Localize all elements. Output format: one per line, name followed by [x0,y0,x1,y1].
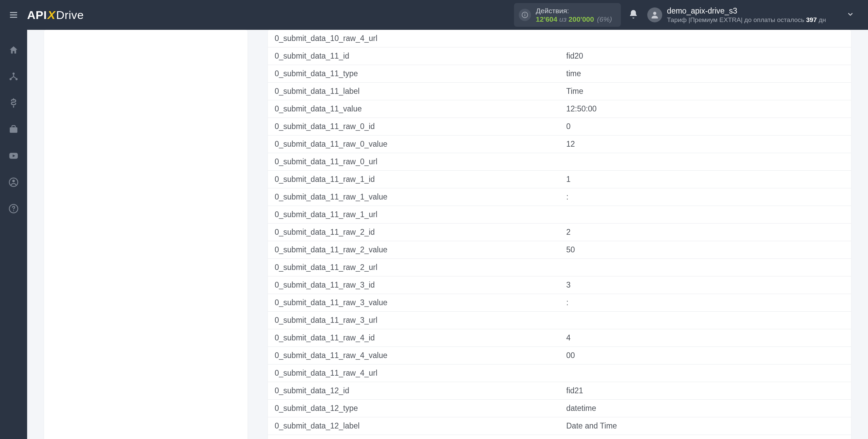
table-row: 0_submit_data_11_raw_0_value12 [268,135,851,153]
tariff-days: 397 [806,16,817,23]
row-value: fid20 [559,47,851,65]
row-value: 3 [559,276,851,294]
sidebar-item-help[interactable] [7,202,20,215]
logo-text-api: API [27,8,47,22]
row-value [559,259,851,276]
svg-rect-4 [525,14,525,16]
row-key: 0_submit_data_12_label [268,417,559,435]
table-row: 0_submit_data_12_labelDate and Time [268,417,851,435]
logo-text-x: X [47,8,55,22]
row-key: 0_submit_data_11_raw_0_value [268,135,559,153]
row-value: Time [559,83,851,100]
page-inner: 0_submit_data_10_raw_4_url0_submit_data_… [44,30,851,439]
row-key: 0_submit_data_11_id [268,47,559,65]
row-value: : [559,294,851,312]
table-row: 0_submit_data_11_raw_1_id1 [268,171,851,188]
user-name: demo_apix-drive_s3 [667,6,826,16]
actions-counts: 12'604 из 200'000 (6%) [536,15,612,23]
table-row: 0_submit_data_11_raw_4_url [268,364,851,382]
table-row: 0_submit_data_12_typedatetime [268,400,851,417]
row-value: 00 [559,347,851,364]
sidebar-item-account[interactable] [7,175,20,189]
user-text: demo_apix-drive_s3 Тариф |Премиум EXTRA|… [667,6,826,24]
sidebar-item-video[interactable] [7,149,20,163]
svg-point-16 [13,210,14,211]
row-key: 0_submit_data_11_label [268,83,559,100]
logo-text-drive: Drive [56,8,84,22]
row-key: 0_submit_data_11_raw_2_value [268,241,559,259]
hamburger-menu-button[interactable] [6,7,21,22]
row-value [559,206,851,224]
table-row: 0_submit_data_11_labelTime [268,83,851,100]
sidebar-item-billing[interactable] [7,96,20,110]
row-value [559,364,851,382]
row-value: datetime [559,400,851,417]
row-value: 12 [559,135,851,153]
data-table: 0_submit_data_10_raw_4_url0_submit_data_… [268,30,851,439]
table-row: 0_submit_data_12_idfid21 [268,382,851,400]
sidebar-item-briefcase[interactable] [7,123,20,136]
row-key: 0_submit_data_11_raw_1_value [268,188,559,206]
row-value: time [559,65,851,83]
sidebar-item-home[interactable] [7,43,20,57]
row-value: fid21 [559,382,851,400]
sidebar-item-connections[interactable] [7,70,20,83]
row-value [559,153,851,171]
row-key: 0_submit_data_12_value [268,435,559,439]
table-row: 0_submit_data_11_idfid20 [268,47,851,65]
data-panel: 0_submit_data_10_raw_4_url0_submit_data_… [268,30,851,439]
row-value: 0 [559,118,851,135]
row-key: 0_submit_data_11_raw_2_id [268,224,559,241]
user-tariff: Тариф |Премиум EXTRA| до оплаты осталось… [667,16,826,24]
notifications-bell-icon[interactable] [628,9,638,21]
row-value: 2 [559,224,851,241]
row-key: 0_submit_data_11_raw_3_id [268,276,559,294]
row-key: 0_submit_data_12_id [268,382,559,400]
table-row: 0_submit_data_11_raw_3_id3 [268,276,851,294]
svg-point-14 [12,180,15,183]
app-logo[interactable]: APIXDrive [27,8,84,22]
table-row: 0_submit_data_11_raw_4_id4 [268,329,851,347]
svg-rect-10 [10,127,18,133]
row-value: Date and Time [559,417,851,435]
user-menu-button[interactable]: demo_apix-drive_s3 Тариф |Премиум EXTRA|… [647,6,868,24]
row-key: 0_submit_data_12_type [268,400,559,417]
scroll-container[interactable]: 0_submit_data_10_raw_4_url0_submit_data_… [27,30,868,439]
table-row: 0_submit_data_11_typetime [268,65,851,83]
row-value: 1 [559,171,851,188]
table-row: 0_submit_data_11_raw_3_value: [268,294,851,312]
table-row: 0_submit_data_11_raw_1_value: [268,188,851,206]
svg-point-6 [653,12,656,15]
row-key: 0_submit_data_11_raw_0_url [268,153,559,171]
row-key: 0_submit_data_11_value [268,100,559,118]
table-row: 0_submit_data_11_raw_2_id2 [268,224,851,241]
avatar-icon [647,7,662,22]
row-value [559,30,851,47]
row-key: 0_submit_data_11_raw_4_url [268,364,559,382]
row-key: 0_submit_data_11_raw_2_url [268,259,559,276]
row-key: 0_submit_data_10_raw_4_url [268,30,559,47]
table-row: 0_submit_data_10_raw_4_url [268,30,851,47]
tariff-suffix: дн [817,16,826,23]
left-settings-panel [44,30,248,439]
actions-current: 12'604 [536,15,557,23]
table-row: 0_submit_data_11_raw_2_value50 [268,241,851,259]
row-value: 50 [559,241,851,259]
table-row: 0_submit_data_12_value3/31/2023 9:30:00 [268,435,851,439]
row-key: 0_submit_data_11_raw_1_url [268,206,559,224]
row-value: 12:50:00 [559,100,851,118]
actions-total: 200'000 [569,15,594,23]
actions-text: Действия: 12'604 из 200'000 (6%) [536,6,612,23]
row-value [559,312,851,329]
table-row: 0_submit_data_11_raw_0_id0 [268,118,851,135]
svg-point-7 [13,72,15,75]
app-header: APIXDrive Действия: 12'604 из 200'000 (6… [0,0,868,30]
row-key: 0_submit_data_11_raw_1_id [268,171,559,188]
row-value: 3/31/2023 9:30:00 [559,435,851,439]
tariff-prefix: Тариф |Премиум EXTRA| до оплаты осталось [667,16,806,23]
table-row: 0_submit_data_11_value12:50:00 [268,100,851,118]
actions-counter-box[interactable]: Действия: 12'604 из 200'000 (6%) [514,3,621,27]
table-row: 0_submit_data_11_raw_3_url [268,312,851,329]
row-key: 0_submit_data_11_type [268,65,559,83]
actions-label: Действия: [536,6,612,15]
